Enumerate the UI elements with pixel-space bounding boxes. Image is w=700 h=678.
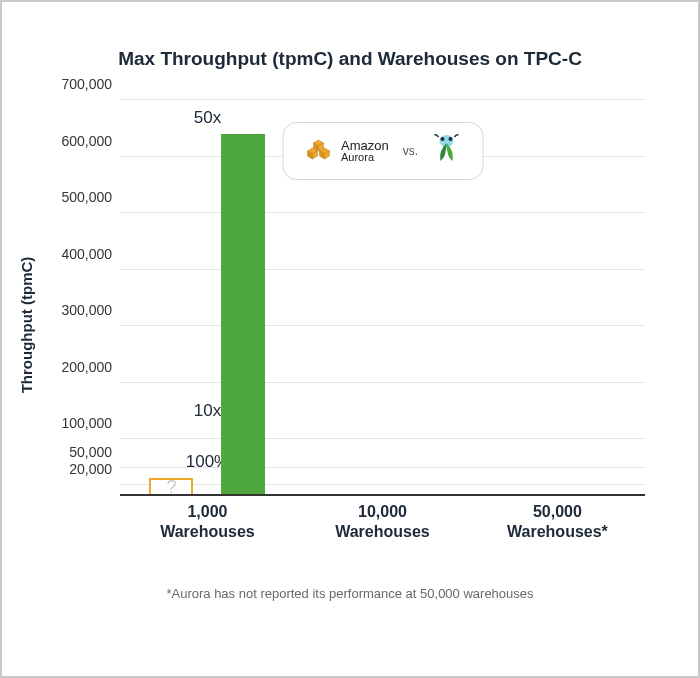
bar-cockroach: [221, 134, 265, 496]
legend: AmazonAurora vs.: [282, 122, 483, 180]
bar-group-50000: 50x ?: [120, 100, 295, 496]
amazon-aurora-logo: AmazonAurora: [305, 137, 389, 165]
ytick: 500,000: [50, 189, 112, 205]
plot-region: 700,000 600,000 500,000 400,000 300,000 …: [120, 100, 645, 496]
svg-point-2: [448, 137, 452, 141]
cockroach-icon: [432, 133, 460, 165]
xtick: 1,000Warehouses: [120, 502, 295, 542]
ytick: 700,000: [50, 76, 112, 92]
aurora-label: AmazonAurora: [341, 139, 389, 163]
chart-title: Max Throughput (tpmC) and Warehouses on …: [30, 48, 670, 70]
xtick: 50,000Warehouses*: [470, 502, 645, 542]
ytick: 600,000: [50, 133, 112, 149]
ytick: 20,000: [50, 461, 112, 477]
chart-frame: Max Throughput (tpmC) and Warehouses on …: [0, 0, 700, 678]
ytick: 400,000: [50, 246, 112, 262]
legend-joiner: vs.: [403, 144, 418, 158]
ytick: 100,000: [50, 415, 112, 431]
svg-point-1: [440, 137, 444, 141]
xtick: 10,000Warehouses: [295, 502, 470, 542]
group-label: 50x: [194, 108, 221, 128]
y-axis-label: Throughput (tpmC): [18, 257, 35, 394]
x-axis: 1,000Warehouses 10,000Warehouses 50,000W…: [120, 496, 645, 550]
ytick: 200,000: [50, 359, 112, 375]
ytick: 300,000: [50, 302, 112, 318]
chart-area: Throughput (tpmC) 700,000 600,000 500,00…: [30, 100, 670, 550]
svg-point-0: [439, 135, 453, 147]
cockroach-logo: [432, 133, 460, 169]
footnote: *Aurora has not reported its performance…: [30, 586, 670, 601]
ytick: 50,000: [50, 444, 112, 460]
aws-cubes-icon: [305, 137, 337, 165]
